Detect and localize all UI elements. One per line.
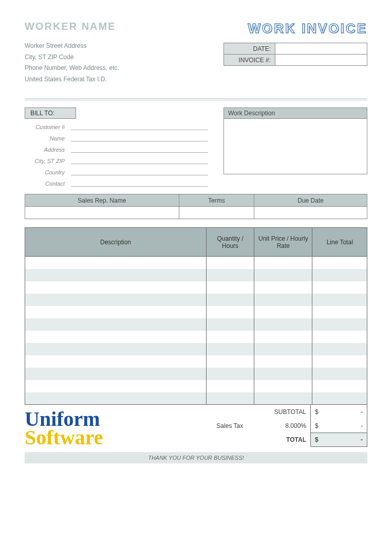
address-phone: Phone Number, Web Address, etc. [25, 63, 119, 74]
tax-rate: 8.000% [247, 419, 310, 433]
bill-field-address: Address [25, 145, 208, 153]
address-block: Worker Street Address City, ST ZIP Code … [25, 41, 119, 85]
bill-line-address[interactable] [71, 145, 208, 153]
item-row[interactable] [25, 355, 367, 368]
meta-date-value[interactable] [275, 43, 367, 55]
tax-name: Sales Tax [172, 419, 247, 433]
bottom-section: Uniform Software SUBTOTAL $ - Sales Tax … [25, 405, 367, 447]
terms-value-terms[interactable] [179, 207, 254, 219]
item-row[interactable] [25, 269, 367, 281]
bill-field-customer: Customer # [25, 122, 208, 130]
bill-line-city[interactable] [71, 156, 208, 164]
invoice-title: WORK INVOICE [248, 21, 367, 37]
top-section: Worker Street Address City, ST ZIP Code … [25, 41, 367, 90]
items-header-desc: Description [25, 228, 207, 257]
work-description-column: Work Description [223, 107, 367, 190]
subtotal-currency: $ [311, 405, 326, 419]
item-row[interactable] [25, 380, 367, 392]
header-row: WORKER NAME WORK INVOICE [25, 21, 367, 37]
bill-label-country: Country [25, 169, 71, 175]
bill-to-column: BILL TO: Customer # Name Address City, S… [25, 107, 208, 190]
totals-row-total: TOTAL $ - [172, 433, 367, 447]
bill-label-name: Name [25, 135, 71, 141]
item-row[interactable] [25, 257, 367, 269]
totals-row-tax: Sales Tax 8.000% $ - [172, 419, 367, 433]
subtotal-value: - [326, 405, 367, 419]
items-header-rate: Unit Price / Hourly Rate [254, 228, 312, 257]
mid-section: BILL TO: Customer # Name Address City, S… [25, 107, 367, 190]
bill-line-name[interactable] [71, 133, 208, 141]
bill-field-city: City, ST ZIP [25, 156, 208, 164]
meta-table: DATE: INVOICE #: [223, 43, 367, 66]
bill-to-header: BILL TO: [25, 107, 76, 119]
work-description-header: Work Description [224, 108, 367, 119]
terms-header-duedate: Due Date [254, 194, 367, 207]
meta-date-label: DATE: [224, 43, 275, 55]
bill-field-country: Country [25, 167, 208, 175]
totals-row-subtotal: SUBTOTAL $ - [172, 405, 367, 419]
worker-name: WORKER NAME [25, 21, 116, 32]
address-taxid: United States Federal Tax I.D. [25, 74, 119, 85]
bill-field-name: Name [25, 133, 208, 141]
tax-currency: $ [311, 419, 326, 433]
totals-table: SUBTOTAL $ - Sales Tax 8.000% $ - TOTAL … [172, 405, 367, 447]
items-table: Description Quantity / Hours Unit Price … [25, 227, 367, 405]
terms-value-salesrep[interactable] [25, 207, 179, 219]
item-row[interactable] [25, 392, 367, 405]
items-header-qty: Quantity / Hours [206, 228, 254, 257]
address-city: City, ST ZIP Code [25, 52, 119, 63]
divider [25, 98, 367, 100]
total-label: TOTAL [172, 433, 311, 447]
items-header-total: Line Total [312, 228, 367, 257]
item-row[interactable] [25, 368, 367, 380]
bill-label-customer: Customer # [25, 124, 71, 130]
item-row[interactable] [25, 281, 367, 294]
meta-invoice-label: INVOICE #: [224, 55, 275, 66]
subtotal-label: SUBTOTAL [172, 405, 311, 419]
terms-header-terms: Terms [179, 194, 254, 207]
item-row[interactable] [25, 343, 367, 355]
bill-line-customer[interactable] [71, 122, 208, 130]
bill-label-address: Address [25, 147, 71, 153]
item-row[interactable] [25, 318, 367, 331]
bill-label-contact: Contact [25, 181, 71, 187]
bill-label-city: City, ST ZIP [25, 158, 71, 164]
item-row[interactable] [25, 294, 367, 306]
terms-table: Sales Rep. Name Terms Due Date [25, 194, 367, 219]
item-row[interactable] [25, 306, 367, 318]
meta-invoice-value[interactable] [275, 55, 367, 66]
logo-line2: Software [25, 428, 172, 447]
total-value: - [326, 433, 367, 447]
tax-value: - [326, 419, 367, 433]
footer-bar: THANK YOU FOR YOUR BUSINESS! [25, 452, 367, 463]
address-street: Worker Street Address [25, 41, 119, 52]
total-currency: $ [311, 433, 326, 447]
terms-header-salesrep: Sales Rep. Name [25, 194, 179, 207]
bill-field-contact: Contact [25, 178, 208, 187]
terms-value-duedate[interactable] [254, 207, 367, 219]
bill-line-contact[interactable] [71, 178, 208, 187]
bill-line-country[interactable] [71, 167, 208, 175]
work-description-box[interactable]: Work Description [223, 107, 367, 174]
logo-area: Uniform Software [25, 405, 172, 447]
item-row[interactable] [25, 331, 367, 343]
